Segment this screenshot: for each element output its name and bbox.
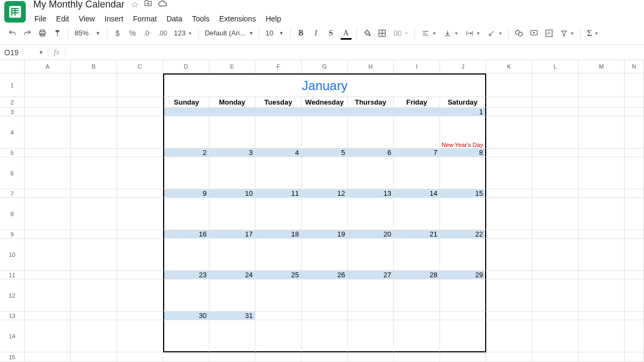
row-header[interactable]: 6 xyxy=(0,157,25,189)
event-cell[interactable] xyxy=(394,239,440,271)
cell[interactable] xyxy=(579,116,625,149)
event-cell[interactable] xyxy=(348,198,394,230)
date-cell[interactable]: 25 xyxy=(255,271,302,279)
cell[interactable] xyxy=(625,149,644,157)
menu-insert[interactable]: Insert xyxy=(100,12,128,25)
event-cell[interactable] xyxy=(255,320,302,352)
col-header[interactable]: F xyxy=(255,60,302,73)
cell[interactable] xyxy=(25,198,71,230)
event-cell[interactable] xyxy=(348,279,394,312)
insert-chart-button[interactable] xyxy=(542,26,556,40)
col-header[interactable]: L xyxy=(532,60,579,73)
insert-link-button[interactable] xyxy=(512,26,526,40)
row-header[interactable]: 15 xyxy=(0,352,25,362)
text-color-button[interactable]: A xyxy=(339,26,353,40)
date-cell[interactable] xyxy=(163,108,209,116)
cell[interactable] xyxy=(117,189,163,198)
date-cell[interactable]: 3 xyxy=(209,149,255,157)
cell[interactable] xyxy=(532,320,579,352)
cell[interactable] xyxy=(117,116,163,149)
date-cell[interactable]: 27 xyxy=(348,271,394,279)
cell[interactable] xyxy=(25,279,71,312)
cell[interactable] xyxy=(625,97,644,108)
cell[interactable] xyxy=(532,279,579,312)
cell[interactable] xyxy=(117,73,163,97)
event-cell[interactable] xyxy=(440,198,486,230)
date-cell[interactable]: 20 xyxy=(348,230,394,239)
cell[interactable] xyxy=(579,312,625,320)
cell[interactable] xyxy=(255,352,302,362)
cell[interactable] xyxy=(532,239,579,271)
cell[interactable] xyxy=(486,149,532,157)
cell[interactable] xyxy=(25,352,71,362)
day-header[interactable]: Friday xyxy=(394,97,440,108)
day-header[interactable]: Sunday xyxy=(163,97,209,108)
date-cell[interactable] xyxy=(209,108,255,116)
cell[interactable] xyxy=(625,157,644,189)
cell[interactable] xyxy=(486,189,532,198)
decrease-decimal-button[interactable]: .0_ xyxy=(141,26,155,40)
currency-button[interactable]: $ xyxy=(111,26,125,40)
cell[interactable] xyxy=(579,189,625,198)
cell[interactable] xyxy=(625,279,644,312)
increase-decimal-button[interactable]: .00 xyxy=(156,26,170,40)
event-cell[interactable] xyxy=(255,157,302,189)
cell[interactable] xyxy=(25,189,71,198)
event-cell[interactable] xyxy=(394,320,440,352)
redo-button[interactable] xyxy=(20,26,34,40)
print-button[interactable] xyxy=(35,26,49,40)
date-cell[interactable] xyxy=(302,312,348,320)
event-cell[interactable] xyxy=(348,116,394,149)
day-header[interactable]: Saturday xyxy=(440,97,486,108)
cell[interactable] xyxy=(25,108,71,116)
star-icon[interactable]: ☆ xyxy=(131,0,138,10)
cell[interactable] xyxy=(532,189,579,198)
rotate-dropdown[interactable]: ▾ xyxy=(484,26,505,40)
cell[interactable] xyxy=(71,320,117,352)
col-header[interactable]: K xyxy=(486,60,532,73)
date-cell[interactable]: 21 xyxy=(394,230,440,239)
col-header[interactable]: E xyxy=(209,60,255,73)
cell[interactable] xyxy=(486,230,532,239)
bold-button[interactable]: B xyxy=(294,26,308,40)
event-cell[interactable] xyxy=(440,239,486,271)
date-cell[interactable] xyxy=(394,108,440,116)
cell[interactable] xyxy=(25,157,71,189)
date-cell[interactable]: 10 xyxy=(209,189,255,198)
event-cell[interactable] xyxy=(302,198,348,230)
row-header[interactable]: 5 xyxy=(0,149,25,157)
cell[interactable] xyxy=(486,97,532,108)
row-header[interactable]: 2 xyxy=(0,97,25,108)
cell[interactable] xyxy=(25,116,71,149)
row-header[interactable]: 7 xyxy=(0,189,25,198)
cell[interactable] xyxy=(579,320,625,352)
event-cell[interactable] xyxy=(440,157,486,189)
date-cell[interactable]: 28 xyxy=(394,271,440,279)
cell[interactable] xyxy=(25,320,71,352)
event-cell[interactable] xyxy=(302,320,348,352)
row-header[interactable]: 13 xyxy=(0,312,25,320)
cell[interactable] xyxy=(532,230,579,239)
date-cell[interactable]: 12 xyxy=(302,189,348,198)
cell[interactable] xyxy=(117,230,163,239)
cloud-status-icon[interactable] xyxy=(158,0,167,9)
event-cell[interactable]: New Year's Day xyxy=(440,116,486,149)
cell[interactable] xyxy=(486,116,532,149)
cell[interactable] xyxy=(71,116,117,149)
date-cell[interactable]: 24 xyxy=(209,271,255,279)
event-cell[interactable] xyxy=(440,279,486,312)
cell[interactable] xyxy=(532,97,579,108)
cell[interactable] xyxy=(25,239,71,271)
cell[interactable] xyxy=(486,271,532,279)
undo-button[interactable] xyxy=(5,26,19,40)
date-cell[interactable]: 8 xyxy=(440,149,486,157)
cell[interactable] xyxy=(25,97,71,108)
cell[interactable] xyxy=(625,312,644,320)
date-cell[interactable]: 5 xyxy=(302,149,348,157)
cell[interactable] xyxy=(71,108,117,116)
event-cell[interactable] xyxy=(209,157,255,189)
fill-color-button[interactable] xyxy=(360,26,374,40)
row-header[interactable]: 14 xyxy=(0,320,25,352)
cell[interactable] xyxy=(440,352,486,362)
cell[interactable] xyxy=(579,157,625,189)
